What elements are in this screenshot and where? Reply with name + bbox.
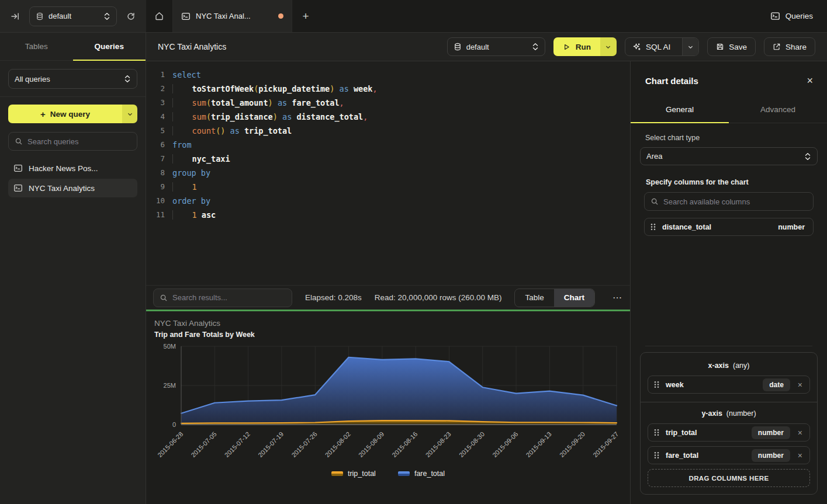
query-list-item[interactable]: Hacker News Pos... (8, 159, 137, 178)
collapse-sidebar-icon[interactable] (8, 9, 22, 23)
axis-column-row[interactable]: fare_totalnumber× (648, 446, 810, 464)
code-line: 7 nyc_taxi (146, 152, 630, 166)
line-number: 2 (146, 82, 165, 96)
sidebar-tabs: TablesQueries (0, 33, 146, 61)
svg-text:2015-06-28: 2015-06-28 (156, 430, 184, 458)
panel-tabs: GeneralAdvanced (631, 98, 827, 123)
database-icon (36, 12, 44, 20)
view-toggle-chart[interactable]: Chart (554, 289, 594, 307)
results-search-box (153, 289, 292, 307)
drag-handle-icon[interactable] (654, 429, 659, 436)
line-number: 9 (146, 180, 165, 194)
line-number: 1 (146, 68, 165, 82)
query-filter-select[interactable]: All queries (8, 69, 137, 89)
svg-text:2015-09-13: 2015-09-13 (525, 430, 553, 458)
queries-shortcut[interactable]: Queries (756, 0, 827, 32)
column-name: fare_total (666, 451, 745, 460)
svg-text:2015-09-27: 2015-09-27 (591, 430, 620, 458)
new-query-button[interactable]: + New query (8, 105, 137, 123)
query-search-input[interactable] (27, 137, 131, 146)
unsaved-changes-dot (278, 13, 283, 19)
code-line: 3 sum(total_amount) as fare_total, (146, 96, 630, 110)
drag-handle-icon[interactable] (650, 223, 656, 231)
column-name: trip_total (666, 429, 745, 437)
share-icon (773, 43, 781, 51)
share-label: Share (786, 43, 807, 51)
chart-type-value: Area (646, 152, 800, 161)
sql-ai-button[interactable]: SQL AI (625, 37, 699, 56)
home-tab[interactable] (146, 0, 173, 32)
results-search-input[interactable] (172, 293, 286, 302)
svg-text:2015-09-20: 2015-09-20 (558, 430, 586, 458)
elapsed-stat: Elapsed: 0.208s (305, 293, 362, 302)
chevron-updown-icon (532, 43, 539, 51)
panel-title: Chart details (645, 76, 698, 86)
page-title: NYC Taxi Analytics (158, 42, 226, 51)
query-list-item[interactable]: NYC Taxi Analytics (8, 179, 137, 197)
columns-label: Specify columns for the chart (646, 178, 818, 186)
legend-swatch (331, 471, 343, 476)
area-chart[interactable]: 025M50M2015-06-282015-07-052015-07-12201… (146, 342, 630, 469)
more-options-icon[interactable]: ⋯ (608, 292, 627, 303)
tab-nyc-taxi-analytics[interactable]: NYC Taxi Anal... (173, 0, 292, 32)
new-tab-button[interactable]: + (292, 0, 319, 32)
database-selector[interactable]: default (29, 6, 117, 26)
save-button[interactable]: Save (707, 37, 756, 56)
available-column-row[interactable]: distance_totalnumber (644, 218, 814, 236)
svg-text:2015-08-30: 2015-08-30 (458, 430, 486, 458)
chart-section: NYC Taxi Analytics Trip and Fare Totals … (146, 311, 630, 504)
refresh-icon[interactable] (124, 9, 138, 23)
x-axis-header: x-axis(any) (648, 362, 810, 370)
plus-icon: + (302, 10, 309, 23)
svg-text:2015-07-19: 2015-07-19 (257, 430, 285, 458)
axis-column-row[interactable]: weekdate× (648, 376, 810, 394)
database-icon (454, 43, 462, 51)
chart-type-label: Select chart type (645, 134, 818, 142)
drag-handle-icon[interactable] (654, 381, 659, 388)
line-number: 4 (146, 110, 165, 124)
sql-ai-label: SQL AI (646, 43, 670, 51)
axis-column-row[interactable]: trip_totalnumber× (648, 423, 810, 442)
code-text: sum(total_amount) as fare_total, (172, 96, 344, 110)
legend-swatch (398, 471, 410, 476)
queries-icon (770, 11, 780, 21)
chart-title: NYC Taxi Analytics (154, 319, 220, 328)
svg-text:2015-07-26: 2015-07-26 (290, 430, 318, 458)
legend-item-fare_total[interactable]: fare_total (398, 470, 445, 478)
close-icon[interactable]: × (807, 75, 813, 86)
code-line: 11 1 asc (146, 208, 630, 222)
sidebar-tab-queries[interactable]: Queries (73, 33, 146, 60)
sql-ai-dropdown[interactable] (682, 38, 698, 55)
columns-search-input[interactable] (663, 197, 807, 206)
sidebar-tab-tables[interactable]: Tables (0, 33, 73, 60)
run-button[interactable]: Run (553, 37, 617, 56)
remove-column-icon[interactable]: × (797, 428, 804, 437)
panel-tab-advanced[interactable]: Advanced (729, 98, 827, 123)
legend-item-trip_total[interactable]: trip_total (331, 470, 376, 478)
legend-label: trip_total (348, 470, 376, 478)
sql-editor[interactable]: 1select2 toStartOfWeek(pickup_datetime) … (146, 61, 630, 285)
code-text: order by (172, 194, 210, 208)
drag-handle-icon[interactable] (654, 451, 659, 459)
drag-columns-dropzone[interactable]: DRAG COLUMNS HERE (648, 469, 810, 487)
remove-column-icon[interactable]: × (797, 380, 804, 390)
svg-text:2015-09-06: 2015-09-06 (491, 430, 519, 458)
run-options-dropdown[interactable] (600, 37, 617, 56)
new-query-dropdown[interactable] (122, 105, 137, 123)
svg-text:2015-08-23: 2015-08-23 (424, 430, 452, 458)
toolbar-database-selector[interactable]: default (447, 37, 545, 56)
code-line: 1select (146, 68, 630, 82)
divider (641, 402, 817, 402)
remove-column-icon[interactable]: × (797, 451, 804, 460)
share-button[interactable]: Share (764, 37, 815, 56)
view-toggle-table[interactable]: Table (515, 289, 553, 307)
query-icon (13, 164, 23, 173)
app-window: default NYC Taxi Anal... + (0, 0, 827, 504)
sidebar: TablesQueries All queries + New query (0, 33, 146, 504)
svg-text:0: 0 (172, 421, 176, 428)
panel-tab-general[interactable]: General (631, 98, 729, 123)
topbar-left: default (0, 0, 146, 32)
divider (645, 346, 812, 346)
chart-type-select[interactable]: Area (640, 147, 818, 165)
top-bar: default NYC Taxi Anal... + (0, 0, 827, 33)
